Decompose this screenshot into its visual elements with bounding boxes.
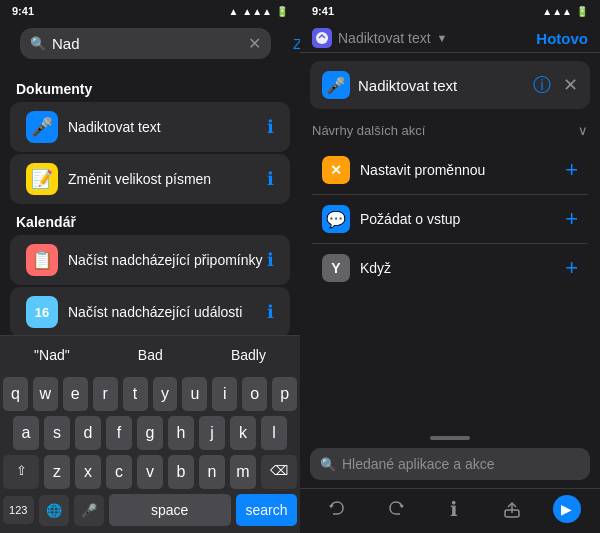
result-icon-nadiktovat: 🎤 <box>26 111 58 143</box>
info-button-nadiktovat[interactable]: ℹ <box>267 116 274 138</box>
share-button[interactable] <box>494 495 530 523</box>
key-s[interactable]: s <box>44 416 70 450</box>
keyboard-row-1: q w e r t y u i o p <box>3 377 297 411</box>
divider-pill <box>430 436 470 440</box>
key-y[interactable]: y <box>153 377 178 411</box>
sugg-add-nastavit[interactable]: + <box>565 157 578 183</box>
key-b[interactable]: b <box>168 455 194 489</box>
result-item-pripominky[interactable]: 📋 Načíst nadcházející připomínky ℹ <box>10 235 290 285</box>
key-p[interactable]: p <box>272 377 297 411</box>
suggestions-section: Návrhy dalších akcí ∨ ✕ Nastavit proměnn… <box>300 117 600 294</box>
autocomplete-suggestions: "Nad" Bad Badly <box>0 335 300 373</box>
search-bar[interactable]: 🔍 ✕ <box>20 28 271 59</box>
key-c[interactable]: c <box>106 455 132 489</box>
key-h[interactable]: h <box>168 416 194 450</box>
key-mic[interactable]: 🎤 <box>74 495 104 526</box>
suggestions-title-text: Návrhy dalších akcí <box>312 123 425 138</box>
key-u[interactable]: u <box>182 377 207 411</box>
key-search[interactable]: search <box>236 494 297 526</box>
key-w[interactable]: w <box>33 377 58 411</box>
key-q[interactable]: q <box>3 377 28 411</box>
play-button[interactable]: ▶ <box>553 495 581 523</box>
key-space[interactable]: space <box>109 494 231 526</box>
key-globe[interactable]: 🌐 <box>39 495 69 526</box>
done-button[interactable]: Hotovo <box>536 30 588 47</box>
key-f[interactable]: f <box>106 416 132 450</box>
bottom-search-icon: 🔍 <box>320 457 336 472</box>
suggestion-bad[interactable]: Bad <box>130 343 171 367</box>
key-shift[interactable]: ⇧ <box>3 455 39 489</box>
bottom-search-bar[interactable]: 🔍 Hledané aplikace a akce <box>310 448 590 480</box>
keyboard: q w e r t y u i o p a s d f g h j k l ⇧ … <box>0 373 300 533</box>
result-icon-pripominky: 📋 <box>26 244 58 276</box>
suggestion-badly[interactable]: Badly <box>223 343 274 367</box>
bottom-search-placeholder: Hledané aplikace a akce <box>342 456 495 472</box>
result-icon-udalosti: 16 <box>26 296 58 328</box>
cancel-button[interactable]: Zrušit <box>289 35 300 52</box>
key-v[interactable]: v <box>137 455 163 489</box>
sugg-add-kdyz[interactable]: + <box>565 255 578 281</box>
result-item-zmenit[interactable]: 📝 Změnit velikost písmen ℹ <box>10 154 290 204</box>
section-header-kalendar: Kalendář <box>0 206 300 234</box>
suggestions-collapse-icon[interactable]: ∨ <box>578 123 588 138</box>
results-area: Dokumenty 🎤 Nadiktovat text ℹ 📝 Změnit v… <box>0 69 300 335</box>
svg-point-0 <box>316 32 328 44</box>
result-item-nadiktovat[interactable]: 🎤 Nadiktovat text ℹ <box>10 102 290 152</box>
main-action-info-icon[interactable]: ⓘ <box>533 73 551 97</box>
keyboard-row-2: a s d f g h j k l <box>3 416 297 450</box>
time-left: 9:41 <box>12 5 34 17</box>
keyboard-row-3: ⇧ z x c v b n m ⌫ <box>3 455 297 489</box>
key-numbers[interactable]: 123 <box>3 496 34 524</box>
status-bar-left: 9:41 ▲ ▲▲▲ 🔋 <box>0 0 300 22</box>
main-action-title: Nadiktovat text <box>358 77 525 94</box>
info-toolbar-button[interactable]: ℹ <box>436 495 472 523</box>
key-k[interactable]: k <box>230 416 256 450</box>
key-l[interactable]: l <box>261 416 287 450</box>
key-d[interactable]: d <box>75 416 101 450</box>
time-right: 9:41 <box>312 5 334 17</box>
result-title-udalosti: Načíst nadcházející události <box>68 304 267 320</box>
nav-title-container[interactable]: Nadiktovat text ▼ <box>312 28 448 48</box>
info-button-udalosti[interactable]: ℹ <box>267 301 274 323</box>
suggestion-row-kdyz: Y Když + <box>312 244 588 292</box>
key-n[interactable]: n <box>199 455 225 489</box>
main-action-item[interactable]: 🎤 Nadiktovat text ⓘ ✕ <box>310 61 590 109</box>
clear-icon[interactable]: ✕ <box>248 34 261 53</box>
sugg-text-pozadat: Požádat o vstup <box>360 211 565 227</box>
undo-button[interactable] <box>319 495 355 523</box>
result-item-udalosti[interactable]: 16 Načíst nadcházející události ℹ <box>10 287 290 335</box>
key-j[interactable]: j <box>199 416 225 450</box>
info-button-pripominky[interactable]: ℹ <box>267 249 274 271</box>
top-nav: Nadiktovat text ▼ Hotovo <box>300 22 600 53</box>
status-icons-right: ▲▲▲ 🔋 <box>542 6 588 17</box>
search-input[interactable] <box>52 35 242 52</box>
key-m[interactable]: m <box>230 455 256 489</box>
key-e[interactable]: e <box>63 377 88 411</box>
sugg-icon-nastavit: ✕ <box>322 156 350 184</box>
info-button-zmenit[interactable]: ℹ <box>267 168 274 190</box>
key-i[interactable]: i <box>212 377 237 411</box>
sugg-text-nastavit: Nastavit proměnnou <box>360 162 565 178</box>
key-g[interactable]: g <box>137 416 163 450</box>
redo-button[interactable] <box>378 495 414 523</box>
sugg-icon-kdyz: Y <box>322 254 350 282</box>
keyboard-row-4: 123 🌐 🎤 space search <box>3 494 297 526</box>
suggestion-nad[interactable]: "Nad" <box>26 343 78 367</box>
key-delete[interactable]: ⌫ <box>261 455 297 489</box>
result-icon-zmenit: 📝 <box>26 163 58 195</box>
key-z[interactable]: z <box>44 455 70 489</box>
sugg-add-pozadat[interactable]: + <box>565 206 578 232</box>
nav-chevron-icon: ▼ <box>437 32 448 44</box>
key-a[interactable]: a <box>13 416 39 450</box>
key-r[interactable]: r <box>93 377 118 411</box>
key-x[interactable]: x <box>75 455 101 489</box>
key-t[interactable]: t <box>123 377 148 411</box>
main-action-icon: 🎤 <box>322 71 350 99</box>
bottom-toolbar: ℹ ▶ <box>300 488 600 533</box>
main-action-close-icon[interactable]: ✕ <box>563 74 578 96</box>
right-panel: 9:41 ▲▲▲ 🔋 Nadiktovat text ▼ Hotovo 🎤 Na… <box>300 0 600 533</box>
right-spacer <box>300 294 600 432</box>
sugg-text-kdyz: Když <box>360 260 565 276</box>
key-o[interactable]: o <box>242 377 267 411</box>
status-bar-right: 9:41 ▲▲▲ 🔋 <box>300 0 600 22</box>
